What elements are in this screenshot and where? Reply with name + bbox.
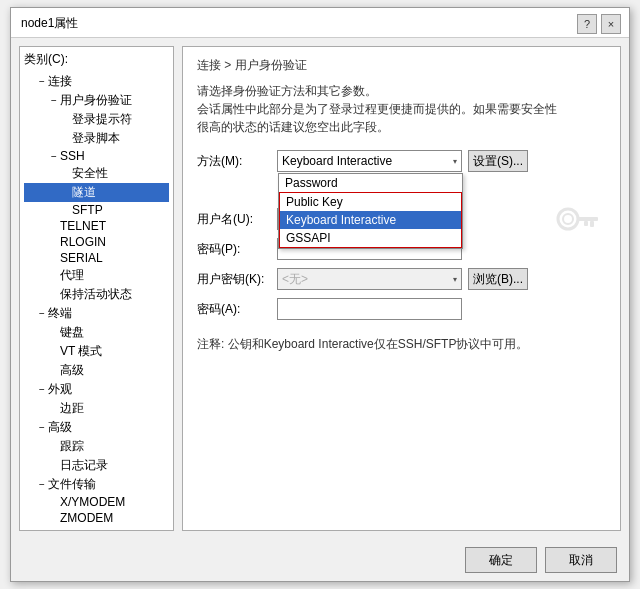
method-dropdown: Password Public Key Keyboard Interactive… — [278, 173, 463, 249]
passphrase-label: 密码(A): — [197, 301, 277, 318]
passphrase-input[interactable] — [277, 298, 462, 320]
svg-rect-4 — [584, 221, 588, 226]
description: 请选择身份验证方法和其它参数。 会话属性中此部分是为了登录过程更便捷而提供的。如… — [197, 82, 606, 136]
dialog: node1属性 ? × 类别(C): −连接 −用户身份验证 登录提示符 登录脚… — [10, 7, 630, 582]
userkey-select-wrapper: <无> ▾ 浏览(B)... — [277, 268, 606, 290]
userkey-select[interactable]: <无> ▾ — [277, 268, 462, 290]
dialog-footer: 确定 取消 — [11, 539, 629, 581]
tree-item-tunnel[interactable]: 隧道 — [24, 183, 169, 202]
tree-item-appearance[interactable]: −外观 — [24, 380, 169, 399]
tree-item-sftp[interactable]: SFTP — [24, 202, 169, 218]
title-bar: node1属性 ? × — [11, 8, 629, 38]
help-button[interactable]: ? — [577, 14, 597, 34]
ok-button[interactable]: 确定 — [465, 547, 537, 573]
tree-item-login-prompt[interactable]: 登录提示符 — [24, 110, 169, 129]
tree-item-vtmode[interactable]: VT 模式 — [24, 342, 169, 361]
expand-icon-ssh: − — [48, 151, 60, 162]
tree-item-security[interactable]: 安全性 — [24, 164, 169, 183]
method-select-wrapper: Keyboard Interactive ▾ Password Public K… — [277, 150, 606, 172]
desc-line1: 请选择身份验证方法和其它参数。 — [197, 84, 377, 98]
dropdown-item-password[interactable]: Password — [279, 174, 462, 192]
svg-rect-2 — [578, 217, 598, 221]
method-select[interactable]: Keyboard Interactive ▾ Password Public K… — [277, 150, 462, 172]
expand-icon-appearance: − — [36, 384, 48, 395]
method-select-arrow: ▾ — [453, 157, 457, 166]
method-label: 方法(M): — [197, 153, 277, 170]
tree-item-log[interactable]: 日志记录 — [24, 456, 169, 475]
password-label: 密码(P): — [197, 241, 277, 258]
dialog-title: node1属性 — [21, 15, 78, 32]
method-control-area: Keyboard Interactive ▾ Password Public K… — [277, 150, 606, 172]
tree-label: 类别(C): — [24, 51, 169, 68]
expand-icon-filetransfer: − — [36, 479, 48, 490]
tree-item-login-script[interactable]: 登录脚本 — [24, 129, 169, 148]
svg-point-0 — [558, 209, 578, 229]
tree-item-trace[interactable]: 跟踪 — [24, 437, 169, 456]
userkey-control-area: <无> ▾ 浏览(B)... — [277, 268, 606, 290]
userkey-select-arrow: ▾ — [453, 275, 457, 284]
method-select-value: Keyboard Interactive — [282, 154, 392, 168]
tree-item-margin[interactable]: 边距 — [24, 399, 169, 418]
svg-rect-3 — [590, 221, 594, 227]
expand-icon-terminal: − — [36, 308, 48, 319]
passphrase-row: 密码(A): — [197, 298, 606, 320]
userkey-row: 用户密钥(K): <无> ▾ 浏览(B)... — [197, 268, 606, 290]
browse-button[interactable]: 浏览(B)... — [468, 268, 528, 290]
userkey-label: 用户密钥(K): — [197, 271, 277, 288]
tree-item-serial[interactable]: SERIAL — [24, 250, 169, 266]
tree-item-advanced-term[interactable]: 高级 — [24, 361, 169, 380]
method-row: 方法(M): Keyboard Interactive ▾ Password P… — [197, 150, 606, 172]
expand-icon-highlevel: − — [36, 422, 48, 433]
breadcrumb: 连接 > 用户身份验证 — [197, 57, 606, 74]
userkey-select-value: <无> — [282, 271, 308, 288]
tree-item-terminal[interactable]: −终端 — [24, 304, 169, 323]
dialog-body: 类别(C): −连接 −用户身份验证 登录提示符 登录脚本 −SSH 安全性 隧… — [11, 38, 629, 539]
tree-item-xymodem[interactable]: X/YMODEM — [24, 494, 169, 510]
tree-item-highlevel[interactable]: −高级 — [24, 418, 169, 437]
tree-item-telnet[interactable]: TELNET — [24, 218, 169, 234]
settings-button[interactable]: 设置(S)... — [468, 150, 528, 172]
desc-line3: 很高的状态的话建议您空出此字段。 — [197, 120, 389, 134]
tree-item-keepalive[interactable]: 保持活动状态 — [24, 285, 169, 304]
dropdown-item-publickey[interactable]: Public Key — [279, 192, 462, 211]
tree-panel: 类别(C): −连接 −用户身份验证 登录提示符 登录脚本 −SSH 安全性 隧… — [19, 46, 174, 531]
passphrase-control-area — [277, 298, 606, 320]
tree-item-keyboard[interactable]: 键盘 — [24, 323, 169, 342]
close-button[interactable]: × — [601, 14, 621, 34]
tree-item-zmodem[interactable]: ZMODEM — [24, 510, 169, 526]
tree-item-filetransfer[interactable]: −文件传输 — [24, 475, 169, 494]
username-label: 用户名(U): — [197, 211, 277, 228]
dropdown-item-gssapi[interactable]: GSSAPI — [279, 229, 462, 248]
tree-item-proxy[interactable]: 代理 — [24, 266, 169, 285]
dropdown-item-keyboard[interactable]: Keyboard Interactive — [279, 211, 462, 229]
expand-icon-auth: − — [48, 95, 60, 106]
cancel-button[interactable]: 取消 — [545, 547, 617, 573]
title-bar-buttons: ? × — [577, 14, 621, 34]
expand-icon-connect: − — [36, 76, 48, 87]
tree-item-connect[interactable]: −连接 — [24, 72, 169, 91]
tree-item-auth[interactable]: −用户身份验证 — [24, 91, 169, 110]
tree-item-ssh[interactable]: −SSH — [24, 148, 169, 164]
svg-point-1 — [563, 214, 573, 224]
tree-item-rlogin[interactable]: RLOGIN — [24, 234, 169, 250]
desc-line2: 会话属性中此部分是为了登录过程更便捷而提供的。如果需要安全性 — [197, 102, 557, 116]
note-text: 注释: 公钥和Keyboard Interactive仅在SSH/SFTP协议中… — [197, 336, 606, 353]
content-panel: 连接 > 用户身份验证 请选择身份验证方法和其它参数。 会话属性中此部分是为了登… — [182, 46, 621, 531]
